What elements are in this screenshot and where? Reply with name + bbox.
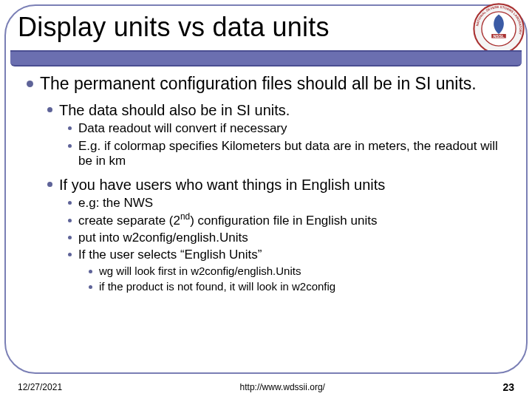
bullet-icon bbox=[68, 236, 72, 239]
bullet-l3c: e.g: the NWS bbox=[78, 196, 153, 211]
bullet-l3b: E.g. if colormap specifies Kilometers bu… bbox=[78, 139, 511, 169]
slide-body: The permanent configuration files should… bbox=[27, 74, 511, 358]
slide-title: Display units vs data units bbox=[10, 7, 522, 47]
bullet-icon bbox=[68, 144, 72, 148]
bullet-icon bbox=[47, 182, 52, 187]
bullet-icon bbox=[68, 219, 72, 222]
bullet-icon bbox=[47, 107, 52, 112]
bullet-l2b: If you have users who want things in Eng… bbox=[59, 176, 385, 194]
bullet-icon bbox=[68, 201, 72, 205]
bullet-l3d: create separate (2nd) configuration file… bbox=[78, 214, 377, 228]
bullet-icon bbox=[89, 270, 92, 273]
bullet-l4a: wg will look first in w2config/english.U… bbox=[99, 265, 301, 279]
bullet-icon bbox=[68, 253, 72, 256]
bullet-l3e: put into w2config/english.Units bbox=[78, 231, 248, 245]
slide-footer: 12/27/2021 http://www.wdssii.org/ 23 bbox=[0, 381, 532, 393]
bullet-icon bbox=[27, 81, 33, 87]
title-band bbox=[10, 50, 522, 66]
footer-date: 12/27/2021 bbox=[18, 382, 62, 392]
footer-page-number: 23 bbox=[502, 381, 514, 393]
bullet-l4b: if the product is not found, it will loo… bbox=[99, 280, 335, 294]
bullet-l1: The permanent configuration files should… bbox=[40, 74, 477, 94]
bullet-l3f: If the user selects “English Units” bbox=[78, 248, 262, 262]
bullet-icon bbox=[68, 126, 72, 130]
footer-url: http://www.wdssii.org/ bbox=[240, 382, 325, 392]
bullet-icon bbox=[89, 285, 92, 289]
bullet-l3a: Data readout will convert if necessary bbox=[78, 121, 287, 136]
bullet-l2a: The data should also be in SI units. bbox=[59, 101, 290, 119]
